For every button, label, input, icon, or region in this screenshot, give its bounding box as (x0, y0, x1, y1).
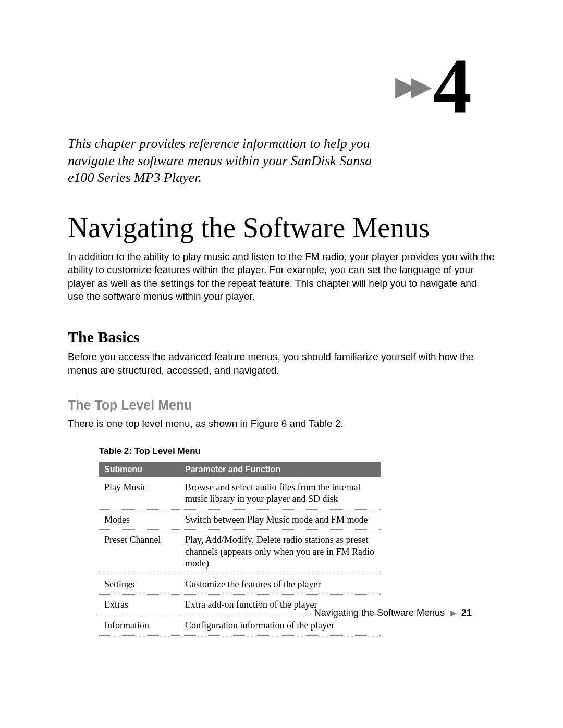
document-page: ▶▶ 4 This chapter provides reference inf… (0, 0, 563, 728)
top-level-paragraph: There is one top level menu, as shown in… (68, 417, 495, 430)
arrow-right-icon: ▶ (450, 608, 456, 618)
submenu-cell: Extras (99, 595, 180, 615)
footer-chapter-title: Navigating the Software Menus (314, 608, 445, 619)
submenu-cell: Preset Channel (99, 530, 180, 574)
chapter-title: Navigating the Software Menus (68, 212, 495, 244)
submenu-cell: Modes (99, 509, 180, 530)
desc-cell: Browse and select audio files from the i… (180, 477, 381, 510)
table-caption: Table 2: Top Level Menu (99, 446, 495, 456)
page-number: 21 (461, 608, 472, 619)
chapter-number: 4 (433, 47, 472, 125)
desc-cell: Play, Add/Modify, Delete radio stations … (180, 530, 381, 574)
table-header-row: Submenu Parameter and Function (99, 462, 381, 477)
submenu-cell: Information (99, 615, 180, 636)
desc-cell: Customize the features of the player (180, 574, 381, 595)
table-row: Play Music Browse and select audio files… (99, 477, 381, 510)
desc-cell: Switch between Play Music mode and FM mo… (180, 509, 381, 530)
table-row: Modes Switch between Play Music mode and… (99, 509, 381, 530)
page-footer: Navigating the Software Menus ▶ 21 (314, 608, 472, 619)
table-row: Preset Channel Play, Add/Modify, Delete … (99, 530, 381, 574)
double-arrow-icon: ▶▶ (395, 72, 426, 100)
section-top-level-heading: The Top Level Menu (68, 398, 495, 413)
table-header-submenu: Submenu (99, 462, 180, 477)
basics-paragraph: Before you access the advanced feature m… (68, 350, 495, 377)
table-row: Settings Customize the features of the p… (99, 574, 381, 595)
chapter-number-block: ▶▶ 4 (395, 47, 472, 125)
chapter-intro: This chapter provides reference informat… (68, 135, 401, 187)
section-basics-heading: The Basics (68, 328, 495, 346)
intro-paragraph: In addition to the ability to play music… (68, 250, 495, 304)
table-header-function: Parameter and Function (180, 462, 381, 477)
submenu-cell: Play Music (99, 477, 180, 510)
submenu-cell: Settings (99, 574, 180, 595)
